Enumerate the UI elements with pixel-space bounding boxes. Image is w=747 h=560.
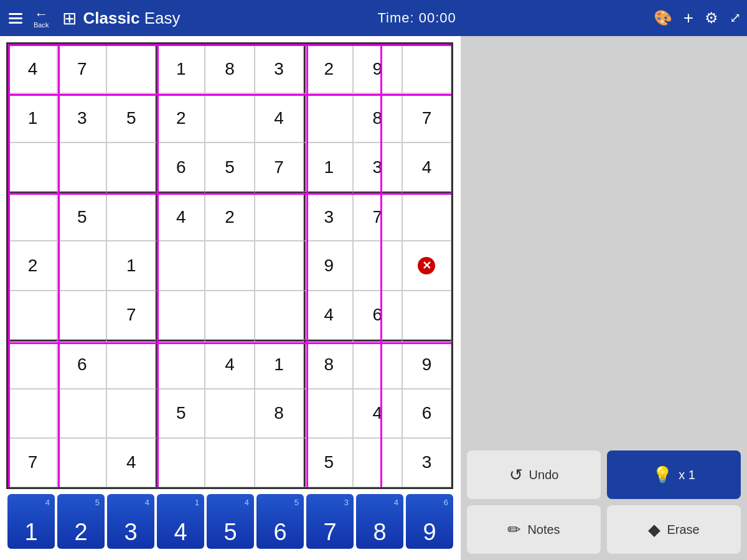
hint-button[interactable]: 💡 x 1 [607,450,741,499]
cell-1-2[interactable]: 5 [106,93,156,142]
cell-1-4[interactable] [205,93,254,142]
cell-0-7[interactable]: 9 [353,44,402,93]
cell-3-8[interactable] [402,192,451,241]
cell-5-6[interactable]: 4 [304,291,353,340]
cell-6-3[interactable] [156,340,205,389]
cell-3-0[interactable] [8,192,57,241]
cell-0-6[interactable]: 2 [304,44,353,93]
cell-3-1[interactable]: 5 [57,192,106,241]
cell-4-8[interactable]: 8✕ [402,241,451,290]
cell-3-2[interactable] [106,192,156,241]
cell-2-5[interactable]: 7 [255,142,304,192]
cell-6-1[interactable]: 6 [57,340,106,389]
cell-8-5[interactable] [255,438,304,487]
cell-4-3[interactable] [156,241,205,290]
cell-8-4[interactable] [205,438,254,487]
cell-8-6[interactable]: 5 [304,438,353,487]
cell-7-5[interactable]: 8 [255,389,304,438]
cell-1-7[interactable]: 8 [353,93,402,142]
cell-5-7[interactable]: 6 [353,291,402,340]
cell-5-5[interactable] [255,291,304,340]
cell-7-4[interactable] [205,389,254,438]
cell-1-0[interactable]: 1 [8,93,57,142]
cell-6-4[interactable]: 4 [205,340,254,389]
cell-8-3[interactable] [156,438,205,487]
cell-2-8[interactable]: 4 [402,142,451,192]
cell-6-2[interactable] [106,340,156,389]
cell-1-5[interactable]: 4 [255,93,304,142]
cell-4-7[interactable] [353,241,402,290]
cell-5-0[interactable] [8,291,57,340]
cell-3-5[interactable] [255,192,304,241]
cell-7-3[interactable]: 5 [156,389,205,438]
cell-6-7[interactable] [353,340,402,389]
cell-2-7[interactable]: 3 [353,142,402,192]
cell-4-1[interactable] [57,241,106,290]
settings-icon[interactable]: ⚙ [705,9,718,27]
cell-3-7[interactable]: 7 [353,192,402,241]
cell-5-2[interactable]: 7 [106,291,156,340]
cell-2-1[interactable] [57,142,106,192]
menu-button[interactable] [6,11,25,26]
number-button-6[interactable]: 56 [256,494,304,549]
cell-8-2[interactable]: 4 [106,438,156,487]
cell-2-3[interactable]: 6 [156,142,205,192]
number-button-5[interactable]: 45 [207,494,254,549]
cell-0-2[interactable] [106,44,156,93]
cell-5-8[interactable] [402,291,451,340]
number-button-7[interactable]: 37 [306,494,354,549]
cell-2-2[interactable] [106,142,156,192]
cell-4-6[interactable]: 9 [304,241,353,290]
cell-8-0[interactable]: 7 [8,438,57,487]
cell-1-1[interactable]: 3 [57,93,106,142]
cell-7-8[interactable]: 6 [402,389,451,438]
cell-8-8[interactable]: 3 [402,438,451,487]
cell-5-3[interactable] [156,291,205,340]
cell-6-8[interactable]: 9 [402,340,451,389]
number-button-9[interactable]: 69 [406,494,453,549]
cell-2-4[interactable]: 5 [205,142,254,192]
cell-6-0[interactable] [8,340,57,389]
cell-0-3[interactable]: 1 [156,44,205,93]
cell-1-6[interactable] [304,93,353,142]
cell-3-3[interactable]: 4 [156,192,205,241]
cell-3-6[interactable]: 3 [304,192,353,241]
cell-5-1[interactable] [57,291,106,340]
cell-0-1[interactable]: 7 [57,44,106,93]
number-button-2[interactable]: 52 [57,494,105,549]
cell-1-3[interactable]: 2 [156,93,205,142]
cell-0-0[interactable]: 4 [8,44,57,93]
cell-1-8[interactable]: 7 [402,93,451,142]
cell-6-5[interactable]: 1 [255,340,304,389]
cell-2-0[interactable] [8,142,57,192]
expand-icon[interactable]: ⤢ [730,10,741,26]
cell-0-8[interactable] [402,44,451,93]
number-button-4[interactable]: 14 [157,494,204,549]
cell-8-1[interactable] [57,438,106,487]
cell-5-4[interactable] [205,291,254,340]
cell-4-4[interactable] [205,241,254,290]
cell-3-4[interactable]: 2 [205,192,254,241]
cell-0-5[interactable]: 3 [255,44,304,93]
cell-0-4[interactable]: 8 [205,44,254,93]
number-button-1[interactable]: 41 [7,494,55,549]
cell-7-0[interactable] [8,389,57,438]
cell-6-6[interactable]: 8 [304,340,353,389]
cell-8-7[interactable] [353,438,402,487]
number-button-8[interactable]: 48 [356,494,403,549]
cell-7-7[interactable]: 4 [353,389,402,438]
palette-icon[interactable]: 🎨 [654,9,672,27]
cell-4-0[interactable]: 2 [8,241,57,290]
cell-4-2[interactable]: 1 [106,241,156,290]
add-icon[interactable]: + [684,8,693,28]
number-button-3[interactable]: 43 [107,494,154,549]
cell-2-6[interactable]: 1 [304,142,353,192]
cell-7-2[interactable] [106,389,156,438]
cell-7-6[interactable] [304,389,353,438]
back-button[interactable]: ← Back [29,5,54,31]
notes-button[interactable]: ✏ Notes [467,505,601,554]
cell-4-5[interactable] [255,241,304,290]
undo-button[interactable]: ↺ Undo [467,450,601,499]
erase-button[interactable]: ◆ Erase [607,505,741,554]
cell-7-1[interactable] [57,389,106,438]
